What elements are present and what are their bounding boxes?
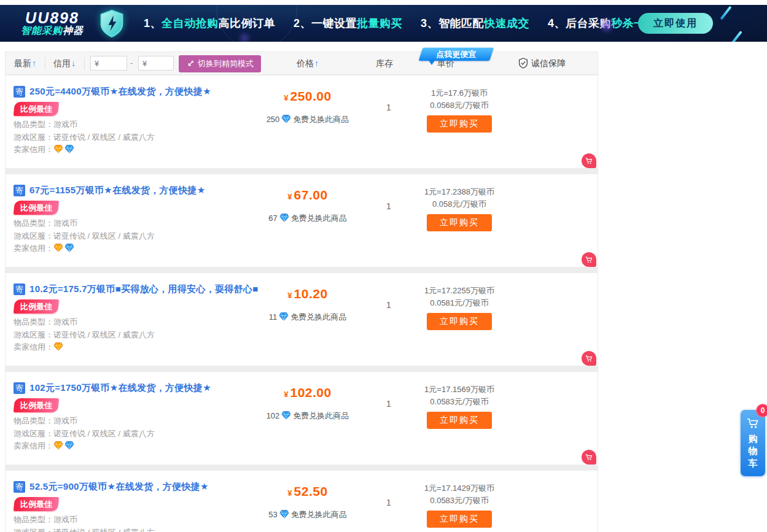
rate-line-2: 0.0583元/万银币 [413,396,505,408]
seller-credit-gems [53,145,76,154]
credit-line: 卖家信用： [14,144,76,155]
switch-mode-button[interactable]: 切换到精简模式 [179,55,261,72]
blue-diamond-icon [279,115,293,124]
diagonal-resize-arrow-icon [186,60,194,68]
price-value: ¥250.00 [265,89,351,104]
item-type-value: 游戏币 [53,515,77,524]
tooltip-pointer [428,60,435,69]
banner-decoration [720,6,731,20]
divider [45,57,45,70]
banner-feature: 2、一键设置批量购买 [294,16,402,31]
redeem-line: 102免费兑换此商品 [265,411,351,422]
floating-cart-button[interactable]: 0 购物车 [741,410,765,476]
unit-price-column: 1元=17.6万银币 0.0568元/万银币 立即购买 [413,75,505,133]
yuan-sign: ¥ [284,93,288,102]
rate-line-2: 0.0581元/万银币 [413,297,505,309]
consign-tag-badge: 寄 [14,481,25,493]
blue-diamond-icon [277,312,290,322]
price-column: ¥10.20 11免费兑换此商品 [265,273,351,323]
server-value: 诺亚传说 / 双线区 / 威震八方 [53,133,155,142]
stock-value: 1 [370,102,407,112]
sort-newest[interactable]: 最新↑ [14,52,36,74]
add-to-cart-icon[interactable] [582,252,596,267]
listing-title-line: 寄 10.2元=175.7万银币■买得放心，用得安心，耍得舒心■ [14,283,259,295]
rate-line-1: 1元=17.2388万银币 [413,186,505,198]
listing-title-line: 寄 102元=1750万银币★在线发货，方便快捷★ [14,382,211,394]
server-line: 游戏区服：诺亚传说 / 双线区 / 威震八方 [14,527,155,532]
add-to-cart-icon[interactable] [582,153,596,168]
orange-diamond-icon [53,244,64,253]
server-value: 诺亚传说 / 双线区 / 威震八方 [53,429,155,438]
listing-title-link[interactable]: 67元=1155万银币★在线发货，方便快捷★ [29,185,205,196]
use-now-button[interactable]: 立即使用 [638,13,713,34]
listing-row: 寄 67元=1155万银币★在线发货，方便快捷★ 比例最佳 物品类型：游戏币 游… [5,174,598,268]
cart-count-badge: 0 [756,404,767,417]
integrity-guarantee-toggle[interactable]: 诚信保障 [518,52,566,74]
yuan-sign: ¥ [287,192,292,201]
consign-tag-badge: 寄 [14,382,25,394]
server-line: 游戏区服：诺亚传说 / 双线区 / 威震八方 [14,132,155,143]
seller-credit-gems [53,441,76,450]
best-ratio-badge: 比例最佳 [14,299,59,314]
item-type-line: 物品类型：游戏币 [14,514,77,525]
banner-decoration [602,21,612,31]
add-to-cart-icon[interactable] [582,351,596,366]
banner-decoration [241,34,248,42]
item-type-value: 游戏币 [53,218,77,228]
price-column: ¥52.50 53免费兑换此商品 [265,471,351,520]
listing-title-link[interactable]: 52.5元=900万银币★在线发货，方便快捷★ [29,481,209,493]
server-line: 游戏区服：诺亚传说 / 双线区 / 威震八方 [14,428,155,439]
redeem-line: 67免费兑换此商品 [265,213,351,224]
logo-title: UU898 [21,10,84,25]
redeem-count: 53 [268,510,277,519]
shopping-cart-icon [746,417,760,430]
shield-lightning-icon [98,9,125,38]
sort-up-arrow-icon: ↑ [314,58,319,68]
yuan-sign: ¥ [287,488,292,498]
consign-tag-badge: 寄 [14,283,25,295]
listing-row: 寄 250元=4400万银币★在线发货，方便快捷★ 比例最佳 物品类型：游戏币 … [5,75,598,169]
promo-banner: UU898 智能采购神器 1、全自动抢购高比例订单2、一键设置批量购买3、智能匹… [0,5,767,42]
column-header-stock[interactable]: 库存 [366,52,403,74]
unit-price-column: 1元=17.1429万银币 0.0583元/万银币 立即购买 [413,471,505,528]
cheaper-tooltip[interactable]: 点我更便宜 [418,47,494,61]
add-to-cart-icon[interactable] [582,450,596,465]
uu898-logo: UU898 智能采购神器 [21,10,84,36]
column-header-price[interactable]: 价格↑ [283,52,332,74]
listing-title-link[interactable]: 10.2元=175.7万银币■买得放心，用得安心，耍得舒心■ [29,283,259,295]
price-min-input[interactable] [90,56,127,71]
buy-now-button[interactable]: 立即购买 [427,214,492,231]
unit-price-column: 1元=17.2255万银币 0.0581元/万银币 立即购买 [413,273,505,330]
blue-diamond-icon [279,411,293,420]
banner-decoration [216,5,297,42]
unit-price-column: 1元=17.2388万银币 0.058元/万银币 立即购买 [413,174,505,231]
listing-title-link[interactable]: 250元=4400万银币★在线发货，方便快捷★ [29,86,211,98]
item-type-line: 物品类型：游戏币 [14,119,77,130]
range-separator: - [130,52,133,74]
listing-title-link[interactable]: 102元=1750万银币★在线发货，方便快捷★ [29,382,211,394]
redeem-count: 11 [269,312,278,322]
rate-line-2: 0.0568元/万银币 [413,99,505,112]
item-type-value: 游戏币 [53,120,77,129]
seller-credit-gems [53,244,76,253]
item-type-line: 物品类型：游戏币 [14,218,77,229]
best-ratio-badge: 比例最佳 [14,497,59,511]
item-type-value: 游戏币 [53,416,77,425]
sort-credit[interactable]: 信用↓ [53,52,76,74]
blue-diamond-icon [278,510,291,519]
blue-diamond-icon [278,214,291,223]
listing-row: 寄 10.2元=175.7万银币■买得放心，用得安心，耍得舒心■ 比例最佳 物品… [5,272,598,366]
redeem-count: 102 [267,411,280,420]
buy-now-button[interactable]: 立即购买 [427,412,492,429]
filter-bar: 最新↑ 信用↓ - 切换到精简模式 价格↑ 库存 单价 点我更便宜 诚信保障 [5,52,598,75]
price-column: ¥102.00 102免费兑换此商品 [265,372,351,422]
price-max-input[interactable] [138,56,174,71]
buy-now-button[interactable]: 立即购买 [427,511,492,528]
consign-tag-badge: 寄 [14,86,25,98]
stock-value: 1 [370,201,407,211]
credit-line: 卖家信用： [14,243,76,254]
orange-diamond-icon [53,342,64,352]
buy-now-button[interactable]: 立即购买 [427,313,492,330]
buy-now-button[interactable]: 立即购买 [427,115,492,133]
listing-title-line: 寄 250元=4400万银币★在线发货，方便快捷★ [14,86,211,98]
